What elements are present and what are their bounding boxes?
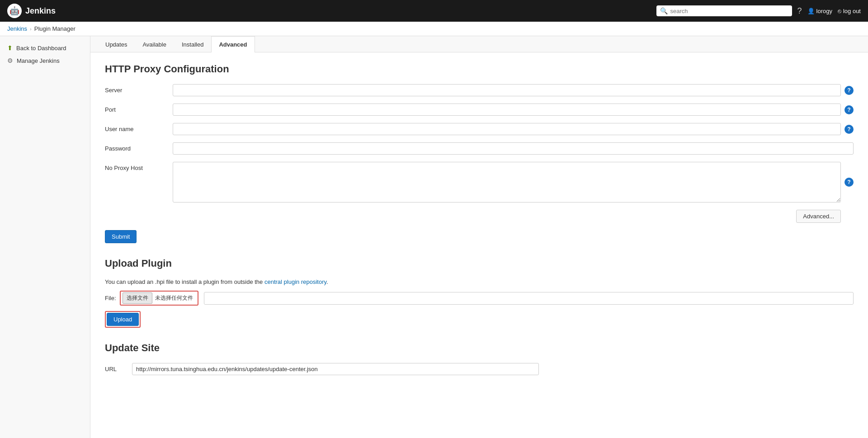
no-proxy-label: No Proxy Host — [105, 162, 173, 171]
username-input-wrap: ? — [173, 123, 854, 135]
url-row: URL — [105, 363, 854, 375]
upload-button[interactable]: Upload — [107, 313, 139, 326]
logout-label: log out — [843, 8, 861, 14]
sidebar: ⬆ Back to Dashboard ⚙ Manage Jenkins — [0, 36, 90, 438]
port-label: Port — [105, 104, 173, 113]
username-label: User name — [105, 123, 173, 132]
no-proxy-row: No Proxy Host ? — [105, 162, 854, 203]
search-input[interactable] — [670, 8, 788, 14]
logout-button[interactable]: ⎋ log out — [838, 8, 861, 14]
port-input[interactable] — [173, 104, 841, 116]
username-input[interactable] — [173, 123, 841, 135]
password-row: Password — [105, 142, 854, 155]
breadcrumb: Jenkins › Plugin Manager — [0, 22, 868, 36]
server-input-wrap: ? — [173, 84, 854, 96]
file-upload-row: File: 选择文件 未选择任何文件 — [105, 291, 854, 306]
username-row: User name ? — [105, 123, 854, 135]
upload-section-title: Upload Plugin — [105, 258, 854, 269]
update-site-title: Update Site — [105, 342, 854, 354]
sidebar-item-back-label: Back to Dashboard — [16, 45, 66, 52]
port-input-wrap: ? — [173, 104, 854, 116]
port-help-button[interactable]: ? — [844, 105, 854, 114]
server-input[interactable] — [173, 84, 841, 96]
user-icon: 👤 — [807, 8, 815, 14]
proxy-section-title: HTTP Proxy Configuration — [105, 63, 854, 75]
password-input-wrap — [173, 142, 854, 155]
no-proxy-help-button[interactable]: ? — [844, 178, 854, 187]
content-area: HTTP Proxy Configuration Server ? Port ? — [90, 52, 868, 391]
page-layout: ⬆ Back to Dashboard ⚙ Manage Jenkins Upd… — [0, 36, 868, 438]
port-row: Port ? — [105, 104, 854, 116]
upload-description: You can upload an .hpi file to install a… — [105, 278, 854, 285]
password-input[interactable] — [173, 142, 854, 155]
file-path-input[interactable] — [204, 292, 854, 305]
file-choose-button[interactable]: 选择文件 — [123, 292, 152, 304]
no-proxy-input-wrap: ? — [173, 162, 854, 203]
file-name-display: 未选择任何文件 — [152, 294, 196, 302]
main-content: Updates Available Installed Advanced HTT… — [90, 36, 868, 438]
search-icon: 🔍 — [660, 7, 668, 14]
sidebar-item-manage-jenkins[interactable]: ⚙ Manage Jenkins — [0, 54, 90, 67]
username-label: lorogy — [816, 8, 832, 14]
file-label: File: — [105, 295, 116, 301]
arrow-up-icon: ⬆ — [7, 44, 13, 52]
gear-icon: ⚙ — [7, 57, 13, 64]
file-input-highlight: 选择文件 未选择任何文件 — [120, 291, 198, 306]
jenkins-logo-icon: 🤖 — [7, 4, 22, 18]
tab-available[interactable]: Available — [135, 36, 174, 52]
url-input[interactable] — [132, 363, 539, 375]
breadcrumb-current: Plugin Manager — [34, 25, 75, 32]
url-label: URL — [105, 366, 132, 372]
submit-row: Submit — [105, 230, 854, 243]
help-button[interactable]: ? — [797, 6, 802, 16]
tab-updates[interactable]: Updates — [98, 36, 135, 52]
submit-button[interactable]: Submit — [105, 230, 137, 243]
search-bar[interactable]: 🔍 — [656, 5, 792, 16]
breadcrumb-root[interactable]: Jenkins — [7, 25, 27, 32]
advanced-actions: Advanced... — [105, 210, 854, 223]
sidebar-item-back-dashboard[interactable]: ⬆ Back to Dashboard — [0, 42, 90, 54]
upload-desc-highlight: central plugin repository — [264, 278, 326, 285]
tab-installed[interactable]: Installed — [174, 36, 211, 52]
server-label: Server — [105, 84, 173, 94]
sidebar-item-manage-label: Manage Jenkins — [17, 57, 60, 64]
upload-btn-wrapper: Upload — [105, 311, 141, 328]
password-label: Password — [105, 142, 173, 152]
user-info: 👤 lorogy — [807, 8, 832, 14]
navbar-title: Jenkins — [25, 6, 56, 16]
breadcrumb-separator: › — [30, 26, 32, 32]
navbar: 🤖 Jenkins 🔍 ? 👤 lorogy ⎋ log out — [0, 0, 868, 22]
advanced-button[interactable]: Advanced... — [796, 210, 841, 223]
logout-icon: ⎋ — [838, 8, 841, 14]
tabs-bar: Updates Available Installed Advanced — [90, 36, 868, 52]
username-help-button[interactable]: ? — [844, 125, 854, 134]
tab-advanced[interactable]: Advanced — [211, 36, 255, 52]
server-help-button[interactable]: ? — [844, 86, 854, 95]
server-row: Server ? — [105, 84, 854, 96]
no-proxy-input[interactable] — [173, 162, 841, 203]
navbar-brand[interactable]: 🤖 Jenkins — [7, 4, 56, 18]
